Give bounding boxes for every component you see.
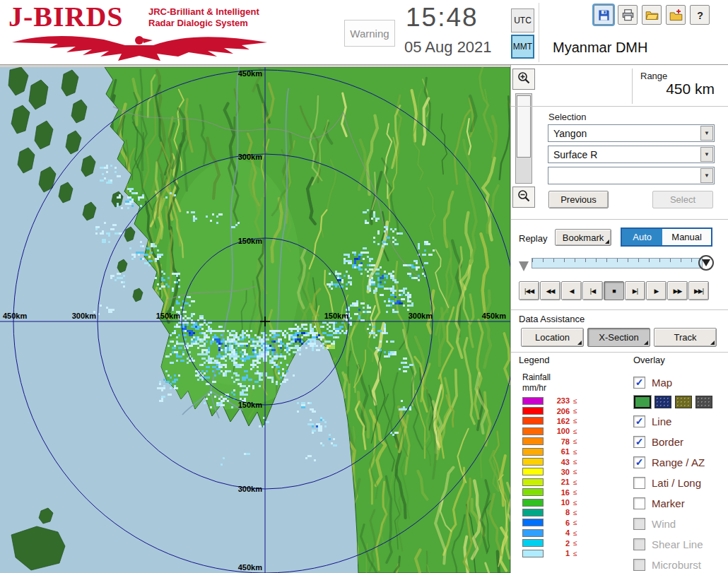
play-reverse-button[interactable]: ◀	[561, 281, 582, 300]
station-title: Myanmar DMH	[553, 40, 647, 56]
fast-forward-button[interactable]: ▶▶	[667, 281, 688, 300]
legend-operator: ≤	[573, 427, 577, 435]
checkbox[interactable]	[633, 477, 645, 489]
legend-operator: ≤	[573, 529, 577, 537]
legend-value: 30	[553, 468, 570, 476]
step-back-button[interactable]: |◀	[582, 281, 603, 300]
overlay-lati-long[interactable]: Lati / Long	[633, 473, 727, 493]
legend-value: 206	[553, 407, 570, 415]
fast-rewind-button[interactable]: ◀◀	[540, 281, 560, 300]
zoom-out-button[interactable]	[512, 187, 535, 208]
legend-row: 43≤	[522, 456, 625, 466]
overlay-border[interactable]: ✓Border	[633, 432, 727, 452]
select-button[interactable]: Select	[652, 191, 713, 208]
skip-to-start-button[interactable]: |◀◀	[519, 281, 539, 300]
legend-label: Legend	[519, 355, 625, 365]
checkbox[interactable]: ✓	[633, 456, 645, 468]
open-folder-icon[interactable]	[642, 5, 662, 25]
map-style-olive[interactable]	[675, 396, 692, 408]
chevron-down-icon[interactable]: ▼	[700, 147, 713, 162]
checkbox[interactable]: ✓	[633, 415, 645, 427]
range-label: 300km	[409, 312, 433, 320]
zoom-in-button[interactable]	[512, 69, 535, 90]
legend-color-swatch	[522, 437, 544, 445]
chevron-down-icon[interactable]: ▼	[700, 126, 713, 141]
timeline-position-handle[interactable]	[698, 255, 714, 271]
legend-operator: ≤	[573, 468, 577, 475]
legend-operator: ≤	[573, 448, 577, 456]
legend-operator: ≤	[573, 509, 577, 516]
map-style-navy[interactable]	[654, 396, 671, 408]
timeline-start-marker-icon	[519, 261, 529, 271]
overlay-item-label: Range / AZ	[652, 456, 705, 468]
app-logo-subtitle: JRC-Brilliant & Intelligent Radar Dialog…	[148, 6, 259, 29]
legend-value: 8	[553, 508, 570, 516]
dropdown-value: Surface R	[548, 149, 700, 160]
legend-value: 43	[553, 458, 570, 466]
map-style-swatches	[634, 393, 727, 411]
timeline-track[interactable]	[532, 258, 703, 268]
legend-operator: ≤	[573, 437, 577, 445]
auto-mode-button[interactable]: Auto	[622, 229, 662, 245]
range-label: 300km	[72, 312, 96, 320]
legend-row: 10≤	[522, 497, 625, 507]
legend-color-swatch	[522, 488, 544, 496]
chevron-down-icon[interactable]: ▼	[700, 168, 713, 183]
import-icon[interactable]	[666, 5, 686, 25]
range-label: 450km	[482, 312, 506, 320]
previous-button[interactable]: Previous	[548, 191, 609, 208]
legend-color-swatch	[522, 468, 544, 475]
range-label: 450km	[238, 563, 262, 572]
location-button[interactable]: Location	[521, 328, 584, 347]
product-select[interactable]: Surface R▼	[548, 146, 715, 163]
help-icon[interactable]: ?	[690, 5, 710, 25]
skip-to-end-button[interactable]: ▶▶|	[688, 281, 709, 300]
step-forward-button[interactable]: ▶|	[625, 281, 645, 300]
playback-controls: |◀◀◀◀◀|◀■▶|▶▶▶▶▶|	[519, 281, 709, 300]
range-label: Range	[640, 71, 667, 81]
manual-mode-button[interactable]: Manual	[662, 229, 711, 245]
play-button[interactable]: ▶	[646, 281, 667, 300]
legend-unit-2: mm/hr	[522, 383, 625, 394]
separator	[511, 219, 728, 220]
radar-map[interactable]: 450km300km150km150km300km450km450km300km…	[0, 67, 510, 573]
map-style-green[interactable]	[634, 396, 651, 408]
overlay-map[interactable]: ✓Map	[633, 372, 727, 393]
selection-dropdowns: Yangon▼Surface R▼▼	[548, 124, 715, 188]
mmt-button[interactable]: MMT	[511, 35, 534, 59]
checkbox[interactable]	[633, 497, 645, 509]
x-section-button[interactable]: X-Section	[587, 328, 650, 347]
header-divider	[539, 3, 539, 62]
extra-select[interactable]: ▼	[548, 167, 715, 184]
map-style-gray[interactable]	[695, 396, 712, 408]
zoom-scrollbar[interactable]	[515, 93, 532, 184]
utc-button[interactable]: UTC	[511, 8, 534, 33]
stop-button[interactable]: ■	[604, 281, 624, 300]
range-label: 150km	[156, 312, 180, 320]
zoom-scrollbar-thumb[interactable]	[517, 95, 531, 158]
range-label: 450km	[3, 312, 27, 320]
app-logo-title: J-BIRDS	[8, 0, 124, 33]
legend-value: 162	[553, 417, 570, 425]
overlay-range-az[interactable]: ✓Range / AZ	[633, 452, 727, 473]
selection-label: Selection	[548, 112, 586, 122]
overlay-marker[interactable]: Marker	[633, 493, 727, 514]
range-label: 150km	[238, 401, 262, 409]
dropdown-value: Yangon	[548, 128, 700, 139]
overlay-item-label: Shear Line	[652, 538, 703, 550]
site-select[interactable]: Yangon▼	[548, 124, 715, 142]
bookmark-button[interactable]: Bookmark	[555, 229, 611, 246]
legend-row: 2≤	[522, 538, 625, 548]
range-label: 300km	[238, 153, 262, 161]
legend-row: 162≤	[522, 416, 625, 426]
overlay-line[interactable]: ✓Line	[633, 411, 727, 432]
overlay-item-label: Microburst	[652, 559, 701, 571]
warning-button[interactable]: Warning	[344, 20, 395, 47]
print-icon[interactable]	[618, 5, 638, 25]
track-button[interactable]: Track	[654, 328, 717, 347]
save-icon[interactable]	[594, 5, 613, 25]
legend-color-swatch	[522, 448, 544, 456]
checkbox[interactable]: ✓	[633, 377, 645, 389]
checkbox[interactable]: ✓	[633, 436, 645, 448]
legend-unit-1: Rainfall	[522, 372, 625, 383]
